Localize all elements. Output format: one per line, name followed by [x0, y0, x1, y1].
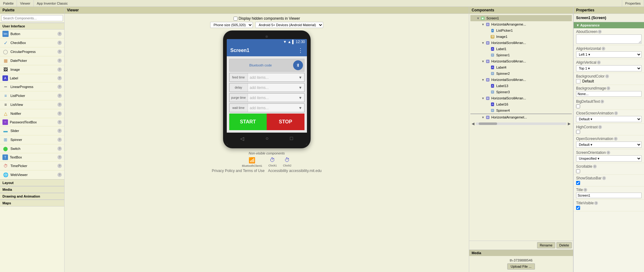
- palette-item-switch[interactable]: ⬤ Switch ?: [0, 144, 64, 153]
- bigdefaulttext-check[interactable]: [576, 104, 580, 108]
- prop-aboutscreen-value[interactable]: [576, 34, 642, 44]
- non-visible-clock1[interactable]: ⏱ Clock1: [269, 157, 277, 167]
- tree-toggle-ha[interactable]: ▼: [481, 116, 485, 119]
- tree-toggle-screen1[interactable]: ▼: [477, 17, 480, 20]
- prop-scrollable-help[interactable]: ?: [593, 165, 597, 168]
- bluetooth-row[interactable]: Bluetooth code: [229, 59, 304, 72]
- spinner-control-delay[interactable]: add items... ▼: [248, 83, 304, 92]
- tree-item-label13[interactable]: A Label13: [470, 83, 572, 89]
- palette-item-datepicker[interactable]: ▦ DatePicker ?: [0, 56, 64, 65]
- back-icon[interactable]: ◁: [240, 136, 244, 142]
- palette-item-notifier[interactable]: △ Notifier ?: [0, 109, 64, 118]
- palette-item-circularprogress-help[interactable]: ?: [57, 50, 62, 54]
- prop-alignvertical-help[interactable]: ?: [597, 61, 601, 64]
- tree-item-horizscroll1[interactable]: ▼ ⊞ HorizontalScrollArran...: [470, 40, 572, 46]
- tree-toggle-hs2[interactable]: ▼: [481, 60, 485, 63]
- tree-item-label4[interactable]: A Label4: [470, 64, 572, 70]
- prop-alignhorizontal-help[interactable]: ?: [602, 47, 605, 50]
- palette-item-spinner-help[interactable]: ?: [57, 138, 62, 142]
- tree-item-label1[interactable]: A Label1: [470, 46, 572, 52]
- palette-item-circularprogress[interactable]: ◯ CircularProgress ?: [0, 47, 64, 56]
- palette-item-passwordtextbox-help[interactable]: ?: [57, 120, 62, 124]
- tree-toggle-hs1[interactable]: ▼: [481, 41, 485, 45]
- tree-toggle-horiz1[interactable]: ▼: [481, 23, 485, 26]
- palette-item-image-help[interactable]: ?: [57, 67, 62, 72]
- upload-file-button[interactable]: Upload File ...: [507, 263, 535, 270]
- tree-item-label16[interactable]: A Label16: [470, 101, 572, 107]
- tree-toggle-hs3[interactable]: ▼: [481, 78, 485, 82]
- palette-item-timepicker-help[interactable]: ?: [57, 164, 62, 168]
- prop-closescreenanimation-select[interactable]: Default ▾: [576, 116, 642, 122]
- palette-item-linearprogress[interactable]: ━ LinearProgress ?: [0, 82, 64, 91]
- spinner-control-feedtime[interactable]: add items... ▼: [248, 73, 304, 82]
- phone-size-select[interactable]: Phone size (505,320): [210, 22, 253, 28]
- tree-item-image1[interactable]: 🖼 Image1: [470, 34, 572, 40]
- prop-openscreenanimation-select[interactable]: Default ▾: [576, 142, 642, 148]
- palette-item-webviewer[interactable]: 🌐 WebViewer ?: [0, 170, 64, 179]
- tree-item-spinner3[interactable]: ⊟ Spinner3: [470, 89, 572, 95]
- home-icon[interactable]: ○: [265, 136, 269, 142]
- prop-aboutscreen-help[interactable]: ?: [598, 30, 602, 34]
- palette-item-checkbox-help[interactable]: ?: [57, 41, 62, 45]
- palette-item-button-help[interactable]: ?: [57, 32, 62, 36]
- tree-item-horizscroll2[interactable]: ▼ ⊞ HorizontalScrollArran...: [470, 58, 572, 64]
- palette-item-listpicker[interactable]: ≡ ListPicker ?: [0, 91, 64, 100]
- prop-screenorientation-select[interactable]: Unspecified ▾: [576, 155, 642, 162]
- prop-alignhorizontal-select[interactable]: Left 1 ▾: [576, 51, 642, 58]
- tree-item-spinner1[interactable]: ⊟ Spinner1: [470, 52, 572, 58]
- tree-toggle-hs4[interactable]: ▼: [481, 97, 485, 100]
- highcontrast-check[interactable]: [576, 130, 580, 134]
- prop-backgroundcolor-help[interactable]: ?: [605, 74, 609, 78]
- tree-item-horizscroll4[interactable]: ▼ ⊞ HorizontalScrollArran...: [470, 95, 572, 101]
- palette-item-passwordtextbox[interactable]: ** PasswordTextBox ?: [0, 118, 64, 126]
- palette-item-textbox[interactable]: T TextBox ?: [0, 153, 64, 162]
- accessibility-link[interactable]: Accessibility accessibility.mit.edu: [268, 169, 322, 173]
- display-hidden-checkbox[interactable]: [234, 17, 238, 21]
- tree-item-horizscroll3[interactable]: ▼ ⊞ HorizontalScrollArran...: [470, 77, 572, 83]
- palette-item-label[interactable]: A Label ?: [0, 74, 64, 82]
- palette-item-label-help[interactable]: ?: [57, 76, 62, 80]
- palette-item-button[interactable]: btn Button ?: [0, 30, 64, 38]
- palette-item-image[interactable]: 🖼 Image ?: [0, 65, 64, 74]
- prop-alignvertical-select[interactable]: Top 1 ▾: [576, 65, 642, 71]
- recents-icon[interactable]: □: [290, 136, 293, 142]
- spinner-control-purgetime[interactable]: add items... ▼: [248, 94, 304, 102]
- palette-item-spinner[interactable]: ⊞ Spinner ?: [0, 135, 64, 144]
- prop-closescreenanimation-help[interactable]: ?: [614, 111, 618, 115]
- prop-backgroundcolor-value[interactable]: Default: [576, 79, 642, 83]
- scroll-left-arrow[interactable]: ◀: [472, 122, 474, 126]
- non-visible-bluetooth[interactable]: 📶 BluetoothClient1: [242, 157, 262, 167]
- spinner-control-waittime[interactable]: add items... ▼: [248, 104, 304, 112]
- tree-item-spinner2[interactable]: ⊟ Spinner2: [470, 70, 572, 77]
- prop-highcontrast-help[interactable]: ?: [598, 125, 602, 129]
- search-input[interactable]: [1, 15, 63, 21]
- palette-item-listview[interactable]: ≡ ListView ?: [0, 100, 64, 109]
- stop-button[interactable]: STOP: [267, 114, 304, 130]
- palette-item-webviewer-help[interactable]: ?: [57, 173, 62, 177]
- rename-button[interactable]: Rename: [537, 242, 556, 248]
- prop-backgroundimage-value[interactable]: [576, 91, 642, 97]
- prop-bigdefaulttext-help[interactable]: ?: [600, 100, 604, 103]
- palette-item-checkbox[interactable]: ✓ CheckBox ?: [0, 38, 64, 47]
- privacy-link[interactable]: Privacy Policy and Terms of Use: [212, 169, 265, 173]
- showstatusbar-check[interactable]: [576, 181, 580, 185]
- tree-item-screen1[interactable]: ▼ ▣ Screen1: [470, 15, 572, 21]
- scrollable-check[interactable]: [576, 169, 580, 173]
- palette-item-switch-help[interactable]: ?: [57, 146, 62, 151]
- android-version-select[interactable]: Android 5+ Devices (Android Material): [255, 22, 323, 28]
- prop-title-value[interactable]: [576, 193, 642, 198]
- prop-openscreenanimation-help[interactable]: ?: [614, 137, 618, 141]
- palette-item-textbox-help[interactable]: ?: [57, 155, 62, 159]
- tree-item-spinner4[interactable]: ⊟ Spinner4: [470, 107, 572, 114]
- palette-item-slider-help[interactable]: ?: [57, 129, 62, 133]
- non-visible-clock2[interactable]: ⏱ Clock2: [283, 157, 292, 167]
- tree-item-listpicker1[interactable]: ≡ ListPicker1: [470, 27, 572, 34]
- palette-item-datepicker-help[interactable]: ?: [57, 58, 62, 63]
- titlevisible-check[interactable]: [576, 206, 580, 210]
- palette-item-notifier-help[interactable]: ?: [57, 111, 62, 116]
- palette-item-linearprogress-help[interactable]: ?: [57, 85, 62, 89]
- palette-item-timepicker[interactable]: ⏱ TimePicker ?: [0, 162, 64, 170]
- palette-item-listpicker-help[interactable]: ?: [57, 94, 62, 98]
- prop-title-help[interactable]: ?: [583, 188, 587, 192]
- prop-titlevisible-help[interactable]: ?: [594, 201, 598, 205]
